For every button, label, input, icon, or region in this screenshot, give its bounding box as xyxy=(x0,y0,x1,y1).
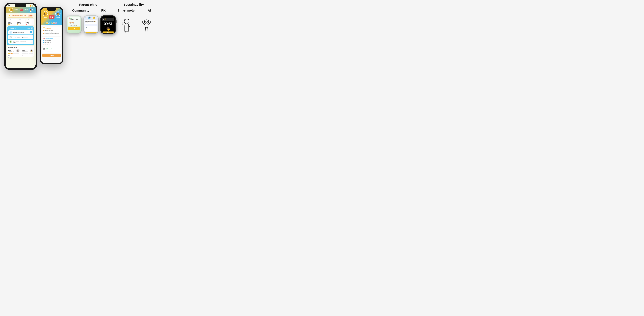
player1-avatar: 👩 xyxy=(9,8,13,12)
watch2-container: Back 👩 VS 👩 I've started bathing! 😎 6:23… xyxy=(83,15,99,34)
kids-icon: 👨‍👩‍👧 xyxy=(43,48,45,50)
kid-dot-o2 xyxy=(24,53,26,54)
reward1-text: 300 points xyxy=(70,23,74,24)
phone1-screen: 9:41 ▪▪▪ 📶 🔋 ‹ 👩 Eillina + xyxy=(6,4,36,68)
drop-icon: 💧 xyxy=(17,19,18,20)
stat-water2-label: 💧 Water xyxy=(17,19,24,20)
kid-dot-o1 xyxy=(22,53,24,54)
watch1-reward1: 300 points xyxy=(68,23,80,24)
woman-svg xyxy=(118,18,135,37)
svg-point-5 xyxy=(147,21,148,22)
watch1-frame: 🎯 Goal Complete 5 Tasks xyxy=(66,15,82,34)
kid-card-emily: Emily Completed Task 👧 xyxy=(8,49,20,56)
stat-water-sublabel: Cut Peak 5% xyxy=(8,21,15,21)
watches-and-illus: 🎯 Goal Complete 5 Tasks xyxy=(66,15,157,37)
pk2-player2: 👩 Donna xyxy=(55,11,60,18)
start-button[interactable]: Start › xyxy=(42,54,61,57)
pk2-vs-badge: VS xyxy=(49,15,54,19)
watch2-screen: Back 👩 VS 👩 I've started bathing! 😎 6:23… xyxy=(84,16,98,33)
challenge-banner: ⚡ Challenge not sent to kids! Send xyxy=(7,14,34,18)
reward-dot-2 xyxy=(43,32,44,32)
stat-water-bar xyxy=(8,24,10,25)
watch1-crown xyxy=(82,20,82,23)
pk2-name1: Eillina xyxy=(43,17,48,18)
watch2-start-button[interactable]: Start xyxy=(85,32,98,33)
stat-gas-bar xyxy=(26,24,27,25)
watch2-back-label[interactable]: Back xyxy=(85,17,88,19)
feature-sustainability: Sustainability xyxy=(123,3,144,7)
child-illustration xyxy=(138,18,155,37)
add-kid-button[interactable]: + Add Kid xyxy=(7,57,13,60)
watch3-alarm-icon: ⏰ xyxy=(103,19,104,20)
kid-dot-4 xyxy=(15,53,17,54)
watch2-shower-icon: 🚿 xyxy=(85,27,97,28)
weekly-dot-2 xyxy=(43,42,44,43)
watch2-can-do: I can do 0 Done xyxy=(85,25,98,26)
rewards-section-header: 🏆 Rewards xyxy=(43,27,60,29)
kid-card-oliver: Oliver Completed Task 👦 xyxy=(22,49,33,56)
phone1-status-icons: ▪▪▪ 📶 🔋 xyxy=(28,5,33,7)
task-check-2[interactable] xyxy=(30,36,32,38)
task-item-2[interactable]: 🕐 Avoid washer 6-9pm tonight xyxy=(8,35,33,39)
reward1-dot xyxy=(68,24,69,24)
trophy-icon: 🏆 xyxy=(43,27,45,29)
watch3-battery-icon: 🔋 xyxy=(113,17,114,18)
kid-oliver-score: 0/5 xyxy=(22,55,33,56)
kid-emily-score: 0/5 xyxy=(8,55,20,56)
kids-goal-section-header: 👨‍👩‍👧 Kids Goal xyxy=(43,48,60,50)
kids-goal-dot xyxy=(43,51,44,51)
watch2-avatar1: 👩 xyxy=(88,17,91,19)
battery-icon: 🔋 xyxy=(32,5,33,7)
kid-dot-1 xyxy=(8,53,10,54)
tiny-avatar-1 xyxy=(46,22,48,24)
watch2-crown xyxy=(99,20,100,23)
kid-oliver-dots xyxy=(22,53,33,54)
weekly-goal-text-1: Cut Peak 5% xyxy=(44,40,51,41)
player2: Donna 👩 xyxy=(24,8,32,12)
watch2-message-time: 6:23 PM xyxy=(85,22,97,23)
watch1-rewards-section: 🏆 Rewards 300 points A surprise gift! � xyxy=(68,21,80,27)
task-icon-clock: 🕐 xyxy=(10,36,12,39)
watch1-goal-dot xyxy=(68,19,69,20)
stat-water2-sublabel: Cut total 5% xyxy=(17,21,24,21)
goal-icon: 🎯 xyxy=(68,18,70,19)
signal-icon: ▪▪▪ xyxy=(28,5,30,7)
refresh-icon[interactable]: ↻ xyxy=(31,27,33,30)
done-label: 0 Done xyxy=(27,28,30,29)
watch3-over-button[interactable]: Over xyxy=(102,32,114,33)
reward-item-1: Reduce 5kg CO2e xyxy=(43,30,60,31)
fire-icon: 🔥 xyxy=(26,19,28,20)
phone2-back-icon[interactable]: ‹ xyxy=(43,11,44,13)
pk-header2: ‹ 👩 Eillina VS 👩 Donna xyxy=(41,8,62,25)
svg-point-0 xyxy=(124,19,129,24)
watch3-container: 18:32 🔋 ⏰ Shower under 10m 09:51 🧒 Over xyxy=(100,15,116,34)
player2-avatar: 👩 xyxy=(28,8,32,12)
tiny-avatar-4 xyxy=(53,22,55,24)
player1: 👩 Eillina + xyxy=(9,8,19,12)
rewards-icon: 🏆 xyxy=(68,22,70,23)
features-top: Parent-child Sustainability xyxy=(66,3,157,7)
send-button[interactable]: Send xyxy=(28,15,33,17)
phone2-rewards-section: 🏆 Rewards Reduce 5kg CO2e Gas reduced by… xyxy=(42,27,61,36)
kid-emily-dots xyxy=(8,53,20,54)
kid-oliver-status: Completed Task xyxy=(22,51,28,52)
kid-dot-o3 xyxy=(26,53,28,54)
phone2-content: 🏆 Rewards Reduce 5kg CO2e Gas reduced by… xyxy=(41,25,62,58)
task-icon-shirt: 👕 xyxy=(10,31,12,34)
task-check-1[interactable]: ✓ xyxy=(30,31,32,33)
reward-text-3: Electric energy reduced by 8% xyxy=(44,33,59,34)
kids-goal-title: Kids Goal xyxy=(46,48,52,50)
phone1-notch xyxy=(15,4,26,8)
task-check-3[interactable] xyxy=(30,41,32,43)
feature-community: Community xyxy=(72,9,89,13)
watches-group: 🎯 Goal Complete 5 Tasks xyxy=(66,15,116,34)
phone1-frame: 9:41 ▪▪▪ 📶 🔋 ‹ 👩 Eillina + xyxy=(4,3,37,70)
watch1-ok-button[interactable]: OK xyxy=(68,27,80,30)
watch1-screen: 🎯 Goal Complete 5 Tasks xyxy=(67,16,81,33)
watch3-status-bar: 18:32 🔋 xyxy=(101,16,115,18)
task-item-1[interactable]: 👕 Air-dry clothes once ✓ xyxy=(8,30,33,35)
task-item-3[interactable]: ♻️ Use washer in eco mode once xyxy=(8,40,33,44)
right-section: Parent-child Sustainability Community PK… xyxy=(66,3,157,37)
reward-text-2: Gas reduced by 3% xyxy=(44,31,54,33)
pk-header: ‹ 👩 Eillina + VS Donna 👩 xyxy=(6,7,36,13)
